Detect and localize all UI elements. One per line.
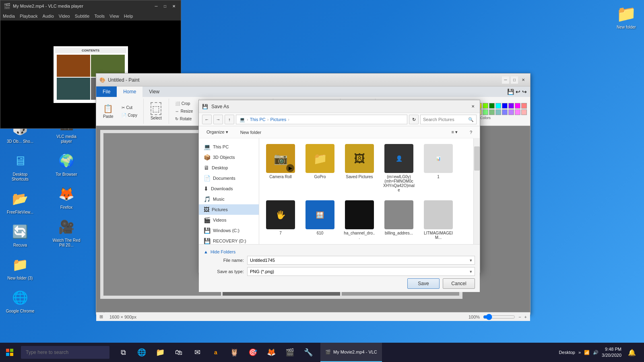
dialog-titlebar[interactable]: 💾 Save As ✕ — [199, 100, 480, 113]
vlc-close-button[interactable]: ✕ — [170, 2, 178, 10]
amazon-button[interactable]: a — [207, 343, 225, 362]
color-pink[interactable] — [521, 103, 527, 109]
desktop-icon-chrome[interactable]: 🌐 Google Chrome — [4, 286, 36, 315]
address-pictures[interactable]: Pictures — [270, 117, 286, 122]
zoom-plus-icon[interactable]: + — [524, 315, 527, 319]
vlc-menu-view[interactable]: View — [109, 14, 119, 19]
color-light-pink[interactable] — [521, 109, 527, 115]
dialog-scrollbar[interactable] — [473, 138, 480, 244]
save-type-input-container[interactable]: PNG (*.png) ▾ — [247, 267, 475, 276]
tab-view[interactable]: View — [142, 86, 166, 97]
paint-minimize-button[interactable]: ─ — [502, 76, 509, 84]
paint-redo-quick[interactable]: ↪ — [522, 88, 527, 95]
sidebar-item-videos[interactable]: 🎬 Videos — [199, 215, 259, 225]
address-this-pc[interactable]: This PC — [250, 117, 266, 122]
color-teal[interactable] — [495, 109, 501, 115]
copy-button[interactable]: 📄 Copy — [119, 112, 140, 119]
vlc-maximize-button[interactable]: □ — [161, 2, 169, 10]
sidebar-item-documents[interactable]: 📄 Documents — [199, 173, 259, 183]
sidebar-item-downloads[interactable]: ⬇ Downloads — [199, 183, 259, 194]
help-button[interactable]: ? — [465, 128, 477, 136]
volume-icon[interactable]: 🔊 — [593, 350, 599, 355]
notification-center-button[interactable]: 🔔 — [625, 343, 639, 362]
vlc-menu-media[interactable]: Media — [3, 14, 15, 19]
paint-save-quick[interactable]: 💾 — [507, 88, 514, 95]
file-item-thumb-litmag[interactable]: LITMAGIMAGEIM... — [420, 198, 456, 242]
vlc-taskbar-button[interactable]: 🎬 — [281, 343, 299, 362]
vlc-menu-tools[interactable]: Tools — [94, 14, 105, 19]
file-item-camera-roll[interactable]: 📷 ▶ Camera Roll — [262, 142, 299, 195]
desktop-icon-new-folder-top-right[interactable]: 📁 New folder — [617, 4, 636, 29]
rotate-button[interactable]: ↻ Rotate — [172, 115, 196, 122]
paint-close-button[interactable]: ✕ — [520, 76, 527, 84]
filename-input-container[interactable]: ▾ — [247, 256, 475, 265]
mail-button[interactable]: ✉ — [188, 343, 206, 362]
vlc-minimize-button[interactable]: ─ — [153, 2, 160, 10]
vlc-menu-video[interactable]: Video — [59, 14, 70, 19]
new-folder-button[interactable]: New folder — [236, 128, 266, 136]
expand-icon[interactable]: » — [578, 350, 581, 355]
desktop-icon-freefileview[interactable]: 📂 FreeFileView... — [4, 187, 36, 216]
firefox-taskbar-button[interactable]: 🦊 — [262, 343, 280, 362]
vlc-menu-help[interactable]: Help — [124, 14, 133, 19]
file-item-thumb-channel[interactable]: ha_channel_dro... — [341, 198, 378, 242]
color-light-green[interactable] — [483, 109, 488, 115]
color-magenta[interactable] — [515, 103, 520, 109]
resize-button[interactable]: ↔ Resize — [172, 108, 196, 115]
zoom-minus-icon[interactable]: − — [518, 315, 521, 319]
dialog-close-button[interactable]: ✕ — [469, 103, 477, 110]
view-options-button[interactable]: ≡ ▾ — [447, 128, 462, 136]
start-button[interactable] — [0, 343, 19, 362]
color-lime[interactable] — [483, 103, 488, 109]
dialog-file-area[interactable]: 📷 ▶ Camera Roll 📁 GoPro — [259, 138, 473, 244]
dialog-up-button[interactable]: ↑ — [225, 115, 234, 124]
dialog-back-button[interactable]: ← — [202, 115, 212, 124]
zoom-slider[interactable] — [483, 314, 515, 320]
sidebar-item-pictures[interactable]: 🖼 Pictures — [199, 204, 259, 215]
vlc-titlebar[interactable]: 🎬 My Movie2.mp4 - VLC media player ─ □ ✕ — [0, 0, 181, 12]
desktop-icon-tor[interactable]: 🌍 Tor Browser — [50, 150, 83, 179]
file-explorer-button[interactable]: 📁 — [151, 343, 169, 362]
network-icon[interactable]: 📶 — [584, 350, 590, 355]
sidebar-item-3d-objects[interactable]: 📦 3D Objects — [199, 152, 259, 162]
task-view-button[interactable]: ⧉ — [114, 343, 132, 362]
file-item-special[interactable]: 👤 (m=ewlLG0y)(mh=FMNOM0cXHYnQa42O)male — [381, 142, 417, 195]
taskbar-app-vlc[interactable]: 🎬 My Movie2.mp4 - VLC — [320, 343, 382, 362]
color-medium-green[interactable] — [489, 109, 495, 115]
file-item-screenshot-1[interactable]: 📊 1 — [420, 142, 456, 195]
desktop-icon-firefox[interactable]: 🦊 Firefox — [50, 183, 83, 212]
hide-folders-toggle[interactable]: ▲ Hide Folders — [204, 248, 475, 256]
tripadvisor-button[interactable]: 🦉 — [225, 343, 243, 362]
vlc-menu-subtitle[interactable]: Subtitle — [75, 14, 90, 19]
crop-button[interactable]: ⬜ Crop — [172, 100, 196, 107]
file-item-gopro[interactable]: 📁 GoPro — [302, 142, 338, 195]
cancel-button[interactable]: Cancel — [443, 278, 475, 289]
file-item-thumb-610[interactable]: 🪟 610 — [302, 198, 338, 242]
taskbar-clock[interactable]: 9:48 PM 3/20/2020 — [602, 346, 621, 359]
desktop-icon-watch-red-pill[interactable]: 🎥 Watch The Red Pill 20... — [50, 216, 83, 249]
tab-file[interactable]: File — [96, 86, 117, 97]
dialog-refresh-button[interactable]: ↻ — [409, 115, 419, 124]
sidebar-item-this-pc[interactable]: 💻 This PC — [199, 142, 259, 152]
save-button[interactable]: Save — [407, 278, 440, 289]
color-cyan[interactable] — [495, 103, 501, 109]
scroll-thumb[interactable] — [474, 146, 480, 171]
paint-maximize-button[interactable]: □ — [511, 76, 518, 84]
color-purple[interactable] — [508, 103, 514, 109]
unknown-button[interactable]: 🎯 — [244, 343, 262, 362]
vlc-menu-audio[interactable]: Audio — [43, 14, 54, 19]
paint-undo-quick[interactable]: ↩ — [516, 88, 520, 95]
color-light-blue[interactable] — [502, 109, 508, 115]
select-button[interactable]: ⬚ Select — [147, 100, 165, 122]
dialog-forward-button[interactable]: → — [213, 115, 223, 124]
file-item-saved-pictures[interactable]: 🖼 Saved Pictures — [341, 142, 378, 195]
sidebar-item-music[interactable]: 🎵 Music — [199, 194, 259, 204]
taskbar-search-input[interactable] — [21, 346, 109, 359]
search-pictures-input[interactable] — [423, 117, 467, 122]
color-blue[interactable] — [502, 103, 508, 109]
filename-input[interactable] — [250, 258, 470, 263]
sidebar-item-windows-c[interactable]: 💾 Windows (C:) — [199, 225, 259, 236]
color-lavender[interactable] — [508, 109, 514, 115]
vlc-menu-playback[interactable]: Playback — [20, 14, 38, 19]
file-item-thumb-billing[interactable]: billing_addres... — [381, 198, 417, 242]
